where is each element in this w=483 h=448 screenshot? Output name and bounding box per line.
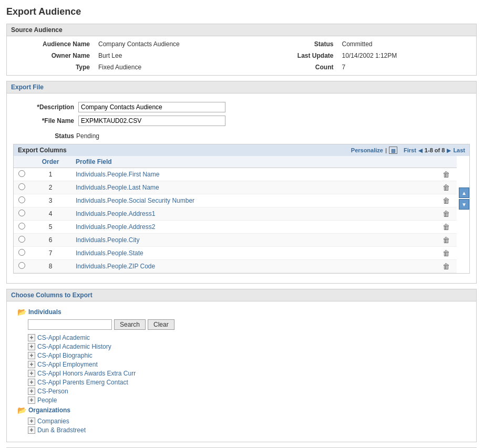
first-link[interactable]: First — [404, 147, 416, 153]
individuals-root: 📂 Individuals — [17, 308, 466, 316]
row-field-link[interactable]: Individuals.People.Address2 — [76, 223, 155, 231]
row-field-link[interactable]: Individuals.People.First Name — [76, 171, 159, 178]
list-item: + CS-Appl Employment — [28, 361, 466, 368]
delete-icon[interactable]: 🗑 — [443, 196, 450, 205]
table-with-arrows: Order Profile Field 1 Individuals.People… — [14, 156, 469, 273]
table-wrapper: Order Profile Field 1 Individuals.People… — [14, 156, 457, 273]
tree-item-label[interactable]: CS-Appl Employment — [37, 361, 98, 368]
row-radio[interactable] — [18, 236, 25, 243]
delete-icon[interactable]: 🗑 — [443, 223, 450, 231]
organizations-tree-items: + Companies + Dun & Bradstreet — [28, 418, 466, 434]
delete-icon[interactable]: 🗑 — [443, 249, 450, 257]
delete-icon[interactable]: 🗑 — [443, 262, 450, 270]
row-radio[interactable] — [18, 223, 25, 230]
move-down-button[interactable]: ▼ — [459, 199, 469, 210]
source-audience-section: Source Audience Audience Name Company Co… — [6, 24, 477, 76]
expand-icon[interactable]: + — [28, 361, 35, 368]
up-down-buttons: ▲ ▼ — [459, 156, 469, 210]
export-columns-title: Export Columns — [18, 147, 67, 154]
table-row: 1 Individuals.People.First Name 🗑 — [14, 168, 457, 181]
status-row: Status Pending — [13, 130, 470, 144]
expand-icon[interactable]: + — [28, 388, 35, 395]
expand-icon[interactable]: + — [28, 370, 35, 377]
personalize-link[interactable]: Personalize — [351, 147, 383, 153]
list-item: + CS-Appl Academic History — [28, 343, 466, 350]
delete-icon[interactable]: 🗑 — [443, 210, 450, 218]
organizations-root-label[interactable]: Organizations — [28, 407, 70, 414]
expand-icon[interactable]: + — [28, 343, 35, 350]
col-header-delete — [436, 156, 457, 168]
row-order: 4 — [29, 207, 71, 221]
audience-name-label: Audience Name — [13, 39, 92, 49]
row-field-link[interactable]: Individuals.People.City — [76, 236, 139, 244]
clear-button[interactable]: Clear — [148, 319, 174, 330]
individuals-folder-icon: 📂 — [17, 308, 26, 316]
nav-range: 1-8 of 8 — [425, 147, 445, 153]
row-radio[interactable] — [18, 183, 25, 190]
row-field-link[interactable]: Individuals.People.State — [76, 249, 143, 257]
organizations-section: 📂 Organizations + Companies + Dun & Brad… — [17, 406, 466, 434]
description-input-wrapper — [78, 102, 459, 112]
file-name-label: *File Name — [24, 117, 76, 124]
move-up-button[interactable]: ▲ — [459, 187, 469, 198]
row-order: 2 — [29, 181, 71, 194]
tree-item-label[interactable]: CS-Appl Parents Emerg Contact — [37, 379, 128, 386]
tree-item-label[interactable]: Companies — [37, 418, 69, 425]
export-columns-header-bar: Export Columns Personalize | ▤ First ◀ 1… — [14, 144, 469, 156]
search-input[interactable] — [28, 319, 112, 330]
file-name-input[interactable] — [78, 116, 225, 126]
row-radio[interactable] — [18, 196, 25, 203]
row-field-link[interactable]: Individuals.People.Last Name — [76, 184, 159, 191]
row-field-link[interactable]: Individuals.People.Address1 — [76, 210, 155, 217]
table-nav: Personalize | ▤ First ◀ 1-8 of 8 ▶ Last — [351, 147, 465, 154]
tree-item-label[interactable]: People — [37, 397, 57, 404]
delete-icon[interactable]: 🗑 — [443, 183, 450, 192]
export-view-icon[interactable]: ▤ — [389, 147, 397, 154]
export-file-form: *Description *File Name — [13, 98, 470, 130]
expand-icon[interactable]: + — [28, 426, 35, 434]
expand-icon[interactable]: + — [28, 379, 35, 386]
tree-item-label[interactable]: CS-Person — [37, 388, 68, 395]
export-file-body: *Description *File Name Status Pending E… — [7, 93, 476, 283]
expand-icon[interactable]: + — [28, 352, 35, 359]
expand-icon[interactable]: + — [28, 418, 35, 425]
tree-item-label[interactable]: CS-Appl Honors Awards Extra Curr — [37, 370, 136, 377]
file-status-label: Status — [24, 132, 76, 140]
page-title: Export Audience — [6, 4, 477, 19]
type-label: Type — [13, 62, 92, 72]
nav-next-icon[interactable]: ▶ — [447, 148, 451, 153]
list-item: + CS-Appl Honors Awards Extra Curr — [28, 370, 466, 377]
source-audience-header: Source Audience — [7, 24, 476, 36]
choose-columns-body: 📂 Individuals Search Clear + CS-Appl Aca… — [7, 301, 476, 442]
row-radio[interactable] — [18, 170, 25, 177]
description-input[interactable] — [78, 102, 225, 112]
individuals-tree-items: + CS-Appl Academic + CS-Appl Academic Hi… — [28, 334, 466, 404]
search-button[interactable]: Search — [114, 319, 146, 330]
last-update-value: 10/14/2002 1:12PM — [340, 51, 470, 60]
owner-name-value: Burt Lee — [96, 51, 253, 60]
row-field-link[interactable]: Individuals.People.ZIP Code — [76, 263, 155, 270]
file-name-input-wrapper — [78, 116, 459, 126]
tree-item-label[interactable]: CS-Appl Biographic — [37, 352, 93, 359]
delete-icon[interactable]: 🗑 — [443, 170, 450, 179]
tree-item-label[interactable]: Dun & Bradstreet — [37, 426, 86, 434]
row-field-link[interactable]: Individuals.People.Social Security Numbe… — [76, 197, 194, 204]
tree-item-label[interactable]: CS-Appl Academic — [37, 334, 90, 341]
row-order: 3 — [29, 194, 71, 207]
type-value: Fixed Audience — [96, 62, 253, 72]
search-row: Search Clear — [28, 319, 466, 330]
delete-icon[interactable]: 🗑 — [443, 236, 450, 244]
row-order: 8 — [29, 260, 71, 273]
list-item: + Companies — [28, 418, 466, 425]
audience-name-value: Company Contacts Audience — [96, 39, 253, 49]
nav-prev-icon[interactable]: ◀ — [418, 148, 423, 153]
row-radio[interactable] — [18, 210, 25, 216]
table-row: 8 Individuals.People.ZIP Code 🗑 — [14, 260, 457, 273]
row-radio[interactable] — [18, 262, 25, 269]
last-link[interactable]: Last — [453, 147, 465, 153]
expand-icon[interactable]: + — [28, 334, 35, 341]
individuals-root-label[interactable]: Individuals — [28, 308, 61, 316]
tree-item-label[interactable]: CS-Appl Academic History — [37, 343, 111, 350]
row-radio[interactable] — [18, 249, 25, 256]
expand-icon[interactable]: + — [28, 397, 35, 404]
